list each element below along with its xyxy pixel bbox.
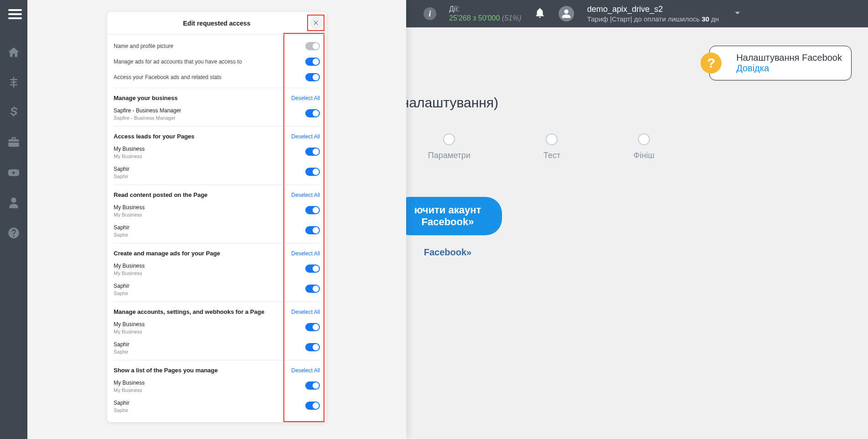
perm-item: My BusinessMy Business (114, 317, 320, 337)
deselect-all-link[interactable]: Deselect All (291, 133, 320, 140)
tariff-line: Тариф |Старт| до оплати лишилось 30 дн (587, 15, 719, 23)
perm-item: SaphirSaphir (114, 162, 320, 182)
deselect-all-link[interactable]: Deselect All (291, 250, 320, 257)
help-card: ? Налаштування Facebook Довідка (709, 46, 852, 80)
actions-percent: (51%) (502, 14, 522, 22)
perm-item-sub: Saphir (114, 291, 130, 296)
step-dot (638, 133, 650, 145)
perm-toggle[interactable] (305, 168, 320, 176)
step-test[interactable]: Тест (544, 133, 560, 160)
perm-item-name: My Business (114, 263, 145, 269)
perm-item-sub: Saphir (114, 407, 130, 413)
perm-item-sub: Saphir (114, 349, 130, 354)
perm-item-name: Saphir (114, 166, 130, 172)
help-card-link[interactable]: Довідка (736, 63, 842, 74)
step-label: Параметри (428, 151, 471, 160)
help-icon[interactable] (7, 227, 20, 239)
perm-toggle[interactable] (305, 285, 320, 293)
perm-toggle[interactable] (305, 58, 320, 66)
dollar-icon[interactable] (7, 106, 20, 119)
perm-section-header: Create and manage ads for your PageDesel… (114, 246, 320, 259)
perm-section-header: Show a list of the Pages you manageDesel… (114, 363, 320, 376)
perm-row: Access your Facebook ads and related sta… (114, 69, 320, 85)
step-params[interactable]: Параметри (428, 133, 471, 160)
menu-hamburger-button[interactable] (8, 7, 22, 21)
close-button[interactable] (310, 16, 323, 29)
perm-item-sub: My Business (114, 153, 145, 159)
perm-label: Name and profile picture (114, 43, 173, 49)
deselect-all-link[interactable]: Deselect All (291, 192, 320, 198)
perm-item: My BusinessMy Business (114, 376, 320, 396)
help-card-title: Налаштування Facebook (736, 53, 842, 63)
dialog-header: Edit requested access (107, 12, 326, 35)
info-icon[interactable]: i (424, 7, 436, 20)
perm-section-header: Manage your businessDeselect All (114, 91, 320, 103)
perm-toggle[interactable] (305, 206, 320, 214)
perm-section-title: Access leads for your Pages (114, 133, 194, 140)
perm-toggle[interactable] (305, 402, 320, 410)
perm-section-header: Manage accounts, settings, and webhooks … (114, 305, 320, 317)
perm-section-title: Show a list of the Pages you manage (114, 367, 218, 374)
perm-toggle[interactable] (305, 148, 320, 156)
perm-item: SaphirSaphir (114, 337, 320, 357)
perm-item: My BusinessMy Business (114, 259, 320, 279)
perm-row: Name and profile picture (114, 38, 320, 54)
deselect-all-link[interactable]: Deselect All (291, 367, 320, 374)
perm-item: SaphirSaphir (114, 279, 320, 299)
perm-item-sub: Sapfire - Business Manager (114, 115, 181, 121)
perm-item-name: My Business (114, 146, 145, 152)
actions-used: 25'268 (449, 14, 471, 22)
perm-toggle[interactable] (305, 226, 320, 234)
perm-toggle[interactable] (305, 109, 320, 117)
perm-toggle[interactable] (305, 381, 320, 390)
deselect-all-link[interactable]: Deselect All (291, 95, 320, 101)
perm-toggle[interactable] (305, 42, 320, 50)
perm-label: Access your Facebook ads and related sta… (114, 74, 221, 80)
home-icon[interactable] (7, 46, 20, 58)
perm-section-header: Access leads for your PagesDeselect All (114, 129, 320, 142)
perm-item-name: Saphir (114, 283, 130, 289)
actions-quota: Дії: 25'268 з 50'000 (51%) (449, 5, 521, 22)
perm-item-name: My Business (114, 321, 145, 328)
actions-total: 50'000 (478, 14, 500, 22)
connect-facebook-button[interactable]: ючити акаунт Facebook» (393, 197, 502, 235)
dialog-title: Edit requested access (183, 20, 251, 27)
perm-item-sub: Saphir (114, 174, 130, 179)
perm-toggle[interactable] (305, 73, 320, 81)
step-dot (443, 133, 455, 145)
step-finish[interactable]: Фініш (633, 133, 654, 160)
actions-quota-label: Дії: (449, 5, 521, 13)
perm-section-title: Manage accounts, settings, and webhooks … (114, 308, 264, 315)
perm-item: Sapfire - Business ManagerSapfire - Busi… (114, 103, 320, 123)
bell-icon[interactable] (534, 7, 546, 21)
user-icon[interactable] (7, 196, 20, 209)
perm-section-title: Read content posted on the Page (114, 191, 208, 198)
youtube-icon[interactable] (7, 166, 20, 179)
tree-icon[interactable] (7, 76, 20, 89)
perm-label: Manage ads for ad accounts that you have… (114, 58, 242, 65)
perm-toggle[interactable] (305, 264, 320, 273)
perm-item-sub: My Business (114, 329, 145, 334)
facebook-dialog: Edit requested access Name and profile p… (107, 12, 326, 422)
deselect-all-link[interactable]: Deselect All (291, 309, 320, 315)
perm-item-name: Saphir (114, 224, 130, 231)
perm-item-sub: My Business (114, 387, 145, 393)
perm-item-name: Saphir (114, 341, 130, 348)
help-question-icon: ? (701, 53, 722, 74)
perm-item-sub: Saphir (114, 232, 130, 238)
perm-row: Manage ads for ad accounts that you have… (114, 54, 320, 69)
perm-item-name: Saphir (114, 400, 130, 406)
chevron-down-icon[interactable] (732, 7, 743, 21)
avatar-icon[interactable] (559, 6, 574, 21)
perm-item-sub: My Business (114, 212, 145, 217)
perm-item-name: My Business (114, 380, 145, 386)
step-dot (546, 133, 558, 145)
user-account[interactable]: demo_apix_drive_s2 Тариф |Старт| до опла… (587, 5, 719, 23)
perm-toggle[interactable] (305, 343, 320, 351)
perm-toggle[interactable] (305, 323, 320, 331)
perm-item-name: Sapfire - Business Manager (114, 107, 181, 114)
actions-separator: з (473, 14, 476, 22)
briefcase-icon[interactable] (7, 136, 20, 149)
perm-section-title: Create and manage ads for your Page (114, 250, 220, 257)
sidebar (0, 27, 27, 439)
